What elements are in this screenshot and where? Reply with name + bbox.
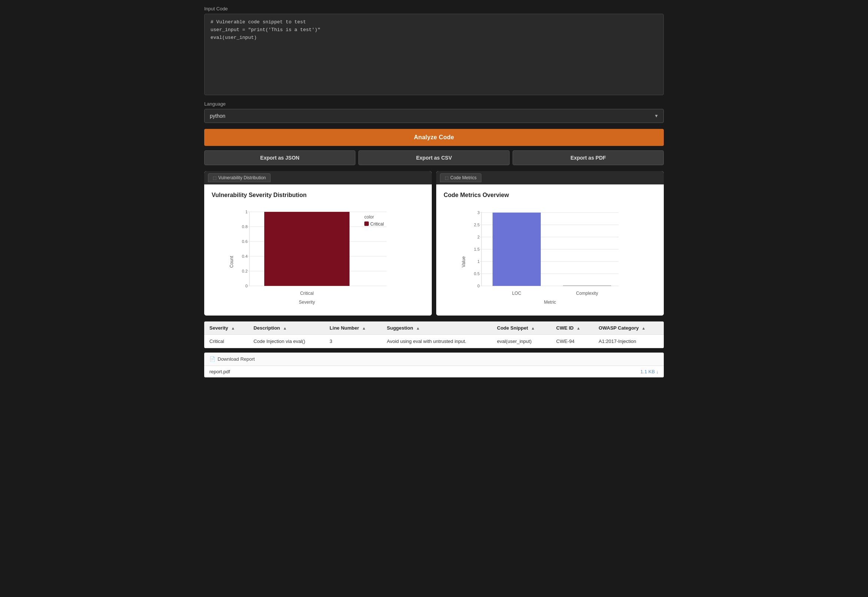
vuln-legend-label: Critical xyxy=(370,221,384,227)
vulnerability-table-wrapper: Severity ▲ Description ▲ Line Number ▲ S… xyxy=(204,321,664,348)
vuln-x-axis-tick: Critical xyxy=(300,291,314,296)
vulnerability-chart-panel: ⬚ Vulnerability Distribution Vulnerabili… xyxy=(204,171,432,316)
export-pdf-button[interactable]: Export as PDF xyxy=(512,150,664,165)
metrics-bar-loc xyxy=(493,212,541,286)
report-file-name[interactable]: report.pdf xyxy=(209,369,230,374)
col-suggestion-label: Suggestion xyxy=(387,325,413,331)
cell-description: Code Injection via eval() xyxy=(248,335,324,348)
col-owasp-category-label: OWASP Category xyxy=(599,325,639,331)
sort-arrow-cwe-id: ▲ xyxy=(576,326,581,330)
input-code-label: Input Code xyxy=(204,6,664,12)
col-code-snippet-label: Code Snippet xyxy=(497,325,528,331)
vulnerability-table: Severity ▲ Description ▲ Line Number ▲ S… xyxy=(204,321,664,348)
vulnerability-chart-svg: Count 0 0.2 0.4 0.6 0.8 xyxy=(227,205,409,308)
cell-owasp-category: A1:2017-Injection xyxy=(593,335,664,348)
cell-code-snippet: eval(user_input) xyxy=(492,335,551,348)
export-json-button[interactable]: Export as JSON xyxy=(204,150,356,165)
col-line-number[interactable]: Line Number ▲ xyxy=(324,321,381,335)
col-severity[interactable]: Severity ▲ xyxy=(204,321,248,335)
col-code-snippet[interactable]: Code Snippet ▲ xyxy=(492,321,551,335)
metrics-chart-panel: ⬚ Code Metrics Code Metrics Overview Val… xyxy=(436,171,664,316)
cell-suggestion: Avoid using eval with untrusted input. xyxy=(382,335,492,348)
metrics-x-tick-complexity: Complexity xyxy=(576,291,598,296)
chart-tab-icon: ⬚ xyxy=(213,175,216,180)
download-report-label: Download Report xyxy=(217,356,255,362)
svg-text:1.5: 1.5 xyxy=(474,247,479,251)
sort-arrow-line-number: ▲ xyxy=(362,326,366,330)
download-report-wrapper: 📄 Download Report report.pdf 1.1 KB ↓ xyxy=(204,353,664,377)
svg-text:0.6: 0.6 xyxy=(242,239,247,244)
col-cwe-id-label: CWE ID xyxy=(556,325,574,331)
code-content[interactable]: # Vulnerable code snippet to test user_i… xyxy=(210,19,658,42)
metrics-chart-title: Code Metrics Overview xyxy=(444,192,657,199)
download-report-header[interactable]: 📄 Download Report xyxy=(204,353,664,366)
export-row: Export as JSON Export as CSV Export as P… xyxy=(204,150,664,165)
col-description-label: Description xyxy=(253,325,280,331)
metrics-y-axis-label: Value xyxy=(461,256,466,267)
metrics-tab-icon: ⬚ xyxy=(445,175,448,180)
vuln-x-label: Severity xyxy=(299,300,315,305)
vuln-y-axis-label: Count xyxy=(229,255,234,268)
language-label: Language xyxy=(204,101,664,107)
sort-arrow-owasp-category: ▲ xyxy=(642,326,646,330)
code-editor[interactable]: # Vulnerable code snippet to test user_i… xyxy=(204,14,664,95)
svg-text:1: 1 xyxy=(477,259,479,264)
svg-text:0.5: 0.5 xyxy=(474,272,479,276)
svg-text:0: 0 xyxy=(477,284,479,288)
vuln-legend-color xyxy=(364,221,369,226)
col-owasp-category[interactable]: OWASP Category ▲ xyxy=(593,321,664,335)
svg-text:0: 0 xyxy=(245,284,247,288)
table-header: Severity ▲ Description ▲ Line Number ▲ S… xyxy=(204,321,664,335)
table-row: Critical Code Injection via eval() 3 Avo… xyxy=(204,335,664,348)
vulnerability-chart-content: Vulnerability Severity Distribution Coun… xyxy=(204,184,432,316)
svg-text:0.4: 0.4 xyxy=(242,254,247,258)
download-icon: 📄 xyxy=(209,356,215,362)
vulnerability-chart-tab[interactable]: ⬚ Vulnerability Distribution xyxy=(208,173,271,182)
metrics-x-tick-loc: LOC xyxy=(512,291,521,296)
analyze-button[interactable]: Analyze Code xyxy=(204,129,664,146)
sort-arrow-code-snippet: ▲ xyxy=(531,326,535,330)
report-file-size[interactable]: 1.1 KB ↓ xyxy=(640,369,659,374)
vulnerability-chart-tab-bar: ⬚ Vulnerability Distribution xyxy=(204,171,432,184)
col-description[interactable]: Description ▲ xyxy=(248,321,324,335)
metrics-chart-svg: Value 0 0.5 1 1.5 2 2.5 xyxy=(459,205,641,308)
svg-text:0.8: 0.8 xyxy=(242,224,247,229)
table-body: Critical Code Injection via eval() 3 Avo… xyxy=(204,335,664,348)
metrics-x-label: Metric xyxy=(544,300,556,305)
svg-text:3: 3 xyxy=(477,210,479,215)
cell-line-number: 3 xyxy=(324,335,381,348)
vulnerability-chart-tab-label: Vulnerability Distribution xyxy=(218,175,266,180)
vulnerability-chart-title: Vulnerability Severity Distribution xyxy=(211,192,424,199)
cell-severity: Critical xyxy=(204,335,248,348)
col-line-number-label: Line Number xyxy=(329,325,359,331)
language-select-wrapper: python javascript java c c++ php ruby ▼ xyxy=(204,109,664,123)
charts-row: ⬚ Vulnerability Distribution Vulnerabili… xyxy=(204,171,664,316)
svg-text:2.5: 2.5 xyxy=(474,223,479,227)
col-cwe-id[interactable]: CWE ID ▲ xyxy=(551,321,594,335)
export-csv-button[interactable]: Export as CSV xyxy=(359,150,509,165)
col-suggestion[interactable]: Suggestion ▲ xyxy=(382,321,492,335)
language-select[interactable]: python javascript java c c++ php ruby xyxy=(204,109,664,123)
cell-cwe-id: CWE-94 xyxy=(551,335,594,348)
sort-arrow-description: ▲ xyxy=(283,326,287,330)
svg-text:1: 1 xyxy=(245,209,247,214)
sort-arrow-suggestion: ▲ xyxy=(416,326,420,330)
svg-text:2: 2 xyxy=(477,235,479,239)
vuln-legend-title: color xyxy=(364,214,374,220)
sort-arrow-severity: ▲ xyxy=(231,326,235,330)
metrics-chart-content: Code Metrics Overview Value 0 0.5 1 1.5 xyxy=(436,184,664,316)
language-section: Language python javascript java c c++ ph… xyxy=(204,101,664,123)
vuln-bar-critical xyxy=(264,212,350,286)
metrics-chart-svg-wrapper: Value 0 0.5 1 1.5 2 2.5 xyxy=(444,205,657,308)
col-severity-label: Severity xyxy=(209,325,228,331)
metrics-chart-tab-label: Code Metrics xyxy=(450,175,476,180)
main-container: Input Code # Vulnerable code snippet to … xyxy=(204,6,664,377)
vulnerability-chart-svg-wrapper: Count 0 0.2 0.4 0.6 0.8 xyxy=(211,205,424,308)
download-report-file-row: report.pdf 1.1 KB ↓ xyxy=(204,366,664,377)
svg-text:0.2: 0.2 xyxy=(242,269,247,273)
metrics-chart-tab-bar: ⬚ Code Metrics xyxy=(436,171,664,184)
metrics-bar-complexity xyxy=(563,285,611,286)
metrics-chart-tab[interactable]: ⬚ Code Metrics xyxy=(440,173,481,182)
